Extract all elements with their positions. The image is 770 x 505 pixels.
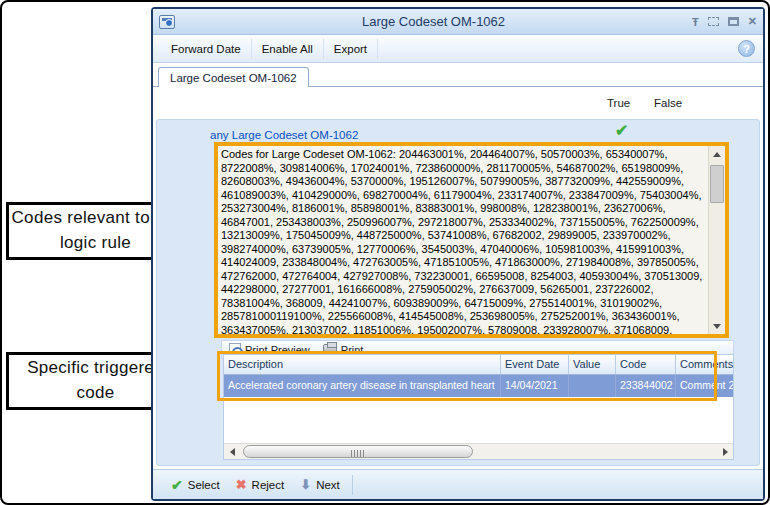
false-column-label: False xyxy=(654,97,682,109)
app-icon xyxy=(159,15,175,29)
table-empty-space xyxy=(224,397,733,443)
true-column-label: True xyxy=(607,97,630,109)
rule-true-check-icon: ✔ xyxy=(615,121,628,140)
cell-code: 233844002 xyxy=(616,375,676,397)
hscroll-track[interactable] xyxy=(240,444,717,459)
close-icon[interactable]: ✕ xyxy=(748,15,757,28)
tab-strip: Large Codeset OM-1062 xyxy=(153,63,763,87)
codes-textarea[interactable]: Codes for Large Codeset OM-1062: 2044630… xyxy=(218,146,708,334)
codeset-window: Large Codeset OM-1062 Ŧ ✕ Forward Date E… xyxy=(151,7,765,501)
reject-label: Reject xyxy=(252,479,285,491)
select-check-icon: ✔ xyxy=(171,477,183,493)
export-button[interactable]: Export xyxy=(324,39,378,59)
help-icon[interactable]: ? xyxy=(738,40,755,57)
cell-value xyxy=(569,375,616,397)
select-label: Select xyxy=(188,479,220,491)
scroll-up-icon[interactable] xyxy=(709,146,725,162)
maximize-icon[interactable] xyxy=(728,17,739,26)
restore-icon[interactable] xyxy=(708,17,719,26)
select-button[interactable]: ✔ Select xyxy=(163,474,228,496)
column-header-description[interactable]: Description xyxy=(224,355,501,374)
content-area: True False any Large Codeset OM-1062 ✔ C… xyxy=(153,87,763,469)
reject-button[interactable]: ✖ Reject xyxy=(228,474,293,495)
screenshot-frame: Codes relevant to the logic rule Specifi… xyxy=(0,0,770,505)
enable-all-button[interactable]: Enable All xyxy=(252,39,324,59)
footer-separator xyxy=(352,475,353,495)
tab-large-codeset[interactable]: Large Codeset OM-1062 xyxy=(158,67,309,87)
cell-description: Accelerated coronary artery disease in t… xyxy=(224,375,501,397)
rule-link[interactable]: any Large Codeset OM-1062 xyxy=(210,129,358,141)
scroll-track[interactable] xyxy=(709,162,725,318)
next-label: Next xyxy=(316,479,340,491)
hscroll-thumb[interactable] xyxy=(243,445,473,458)
cell-event-date: 14/04/2021 xyxy=(501,375,569,397)
logic-panel: any Large Codeset OM-1062 ✔ Codes for La… xyxy=(156,119,760,466)
table-horizontal-scrollbar[interactable] xyxy=(224,443,733,459)
title-bar[interactable]: Large Codeset OM-1062 Ŧ ✕ xyxy=(153,9,763,35)
column-header-code[interactable]: Code xyxy=(616,355,676,374)
column-header-value[interactable]: Value xyxy=(569,355,616,374)
pin-icon[interactable]: Ŧ xyxy=(692,16,699,28)
next-button[interactable]: ⬇ Next xyxy=(292,474,348,495)
scroll-down-icon[interactable] xyxy=(709,318,725,334)
window-title: Large Codeset OM-1062 xyxy=(175,14,692,29)
triggered-code-table: Description Event Date Value Code Commen… xyxy=(223,354,734,460)
column-header-comments[interactable]: Comments xyxy=(676,355,733,374)
main-toolbar: Forward Date Enable All Export ? xyxy=(153,35,763,63)
codes-vertical-scrollbar[interactable] xyxy=(708,146,725,334)
cell-comments: Comment 2 xyxy=(676,375,733,397)
forward-date-button[interactable]: Forward Date xyxy=(161,39,252,59)
table-row[interactable]: Accelerated coronary artery disease in t… xyxy=(224,375,733,397)
reject-cross-icon: ✖ xyxy=(236,477,247,492)
table-header-row: Description Event Date Value Code Commen… xyxy=(224,355,733,375)
footer-bar: ✔ Select ✖ Reject ⬇ Next xyxy=(153,469,763,499)
scroll-left-icon[interactable] xyxy=(224,444,240,459)
next-down-arrow-icon: ⬇ xyxy=(300,477,311,492)
column-header-event-date[interactable]: Event Date xyxy=(501,355,569,374)
scroll-thumb[interactable] xyxy=(710,165,724,203)
scroll-right-icon[interactable] xyxy=(717,444,733,459)
codes-highlight-box: Codes for Large Codeset OM-1062: 2044630… xyxy=(214,142,729,338)
